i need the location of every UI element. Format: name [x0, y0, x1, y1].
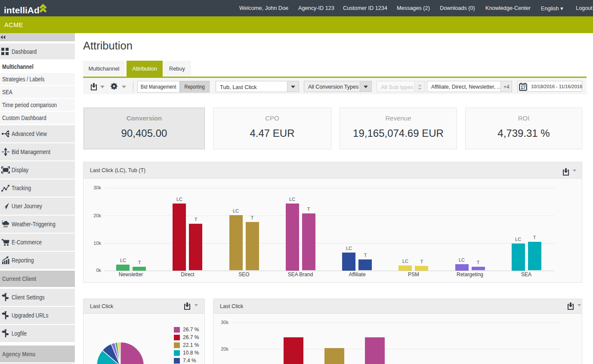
svg-text:17: 17: [521, 85, 526, 90]
